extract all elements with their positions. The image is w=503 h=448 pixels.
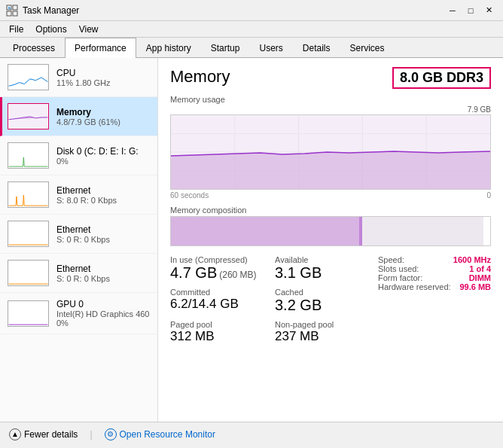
hwreserved-label: Hardware reserved:: [378, 282, 453, 291]
sidebar-item-ethernet2[interactable]: Ethernet S: 0 R: 0 Kbps: [0, 215, 157, 254]
disk-sub: 0%: [56, 157, 139, 166]
sidebar-item-ethernet3[interactable]: Ethernet S: 0 R: 0 Kbps: [0, 254, 157, 293]
svg-marker-14: [171, 151, 490, 189]
panel-header: Memory 8.0 GB DDR3: [170, 67, 491, 89]
svg-rect-1: [13, 5, 17, 10]
footer-separator: |: [90, 429, 92, 440]
ethernet3-sub: S: 0 R: 0 Kbps: [56, 274, 110, 283]
fewer-details-label: Fewer details: [24, 429, 78, 440]
ethernet2-info: Ethernet S: 0 R: 0 Kbps: [56, 224, 110, 244]
committed-value: 6.2/14.4 GB: [170, 297, 266, 312]
memory-graph: [8, 103, 49, 130]
tab-details[interactable]: Details: [293, 38, 340, 58]
inuse-value: 4.7 GB: [170, 264, 217, 282]
tab-apphistory[interactable]: App history: [136, 38, 201, 58]
menu-view[interactable]: View: [73, 23, 105, 36]
app-icon: [6, 5, 18, 17]
inuse-label: In use (Compressed): [170, 255, 266, 264]
tab-users[interactable]: Users: [249, 38, 292, 58]
memory-usage-chart: [170, 114, 491, 190]
ethernet3-graph: [8, 260, 49, 286]
sidebar: CPU 11% 1.80 GHz Memory 4.8/7.9 GB (61%): [0, 58, 158, 422]
disk-graph: [8, 142, 49, 169]
available-value: 3.1 GB: [275, 264, 370, 282]
menu-options[interactable]: Options: [29, 23, 72, 36]
hwreserved-row: Hardware reserved: 99.6 MB: [378, 282, 491, 291]
time-start: 60 seconds: [170, 191, 209, 200]
tab-bar: Processes Performance App history Startu…: [0, 38, 503, 58]
formfactor-row: Form factor: DIMM: [378, 273, 491, 282]
close-button[interactable]: ✕: [480, 4, 497, 17]
slots-row: Slots used: 1 of 4: [378, 264, 491, 273]
paged-value: 312 MB: [170, 329, 266, 344]
stat-committed: Committed 6.2/14.4 GB: [170, 288, 266, 314]
ethernet2-name: Ethernet: [56, 224, 110, 235]
main-content: CPU 11% 1.80 GHz Memory 4.8/7.9 GB (61%): [0, 58, 503, 422]
open-resource-monitor-button[interactable]: ⚙ Open Resource Monitor: [105, 428, 215, 440]
stats-area: In use (Compressed) 4.7 GB (260 MB) Avai…: [170, 255, 491, 344]
available-label: Available: [275, 255, 370, 264]
stat-cached: Cached 3.2 GB: [275, 288, 370, 314]
window-controls: ─ □ ✕: [444, 4, 497, 17]
ethernet3-info: Ethernet S: 0 R: 0 Kbps: [56, 264, 110, 283]
footer: ▲ Fewer details | ⚙ Open Resource Monito…: [0, 422, 503, 446]
tab-processes[interactable]: Processes: [3, 38, 65, 58]
ethernet1-info: Ethernet S: 8.0 R: 0 Kbps: [56, 185, 117, 205]
tab-services[interactable]: Services: [340, 38, 395, 58]
usage-max: 7.9 GB: [468, 105, 491, 114]
right-panel: Memory 8.0 GB DDR3 Memory usage 7.9 GB: [158, 58, 503, 422]
fewer-details-button[interactable]: ▲ Fewer details: [9, 428, 78, 440]
svg-rect-3: [13, 11, 17, 16]
time-end: 0: [486, 191, 491, 200]
sidebar-item-memory[interactable]: Memory 4.8/7.9 GB (61%): [0, 97, 157, 136]
svg-rect-6: [9, 104, 48, 129]
stat-nonpaged: Non-paged pool 237 MB: [275, 320, 370, 344]
gpu-info: GPU 0 Intel(R) HD Graphics 4600%: [56, 299, 150, 328]
ethernet1-sub: S: 8.0 R: 0 Kbps: [56, 196, 117, 205]
ethernet3-name: Ethernet: [56, 264, 110, 274]
open-monitor-label: Open Resource Monitor: [120, 429, 215, 440]
cpu-graph: [8, 64, 49, 90]
left-stats: In use (Compressed) 4.7 GB (260 MB) Avai…: [170, 255, 370, 344]
menu-file[interactable]: File: [3, 23, 29, 36]
comp-standby: [362, 217, 483, 245]
inuse-value-row: 4.7 GB (260 MB): [170, 264, 266, 282]
nonpaged-value: 237 MB: [275, 329, 370, 344]
ethernet2-sub: S: 0 R: 0 Kbps: [56, 235, 110, 244]
composition-label: Memory composition: [170, 206, 491, 215]
formfactor-label: Form factor:: [378, 273, 453, 282]
committed-label: Committed: [170, 288, 266, 297]
slots-label: Slots used:: [378, 264, 453, 273]
title-bar: Task Manager ─ □ ✕: [0, 0, 503, 21]
memory-info: Memory 4.8/7.9 GB (61%): [56, 107, 120, 126]
tab-startup[interactable]: Startup: [201, 38, 250, 58]
composition-bar: [170, 216, 491, 246]
stat-paged: Paged pool 312 MB: [170, 320, 266, 344]
cpu-info: CPU 11% 1.80 GHz: [56, 68, 111, 87]
svg-rect-2: [7, 11, 11, 16]
ethernet1-graph: [8, 181, 49, 208]
memory-name: Memory: [56, 107, 120, 117]
maximize-button[interactable]: □: [462, 4, 479, 17]
stat-inuse: In use (Compressed) 4.7 GB (260 MB): [170, 255, 266, 282]
cpu-sub: 11% 1.80 GHz: [56, 78, 111, 87]
sidebar-item-ethernet1[interactable]: Ethernet S: 8.0 R: 0 Kbps: [0, 175, 157, 215]
disk-info: Disk 0 (C: D: E: I: G: 0%: [56, 146, 139, 166]
right-stats: Speed: 1600 MHz Slots used: 1 of 4 Form …: [370, 255, 491, 344]
menu-bar: File Options View: [0, 21, 503, 38]
gpu-name: GPU 0: [56, 299, 150, 309]
sidebar-item-cpu[interactable]: CPU 11% 1.80 GHz: [0, 58, 157, 97]
chevron-up-icon: ▲: [9, 428, 21, 440]
sidebar-item-disk[interactable]: Disk 0 (C: D: E: I: G: 0%: [0, 136, 157, 175]
paged-label: Paged pool: [170, 320, 266, 329]
panel-spec: 8.0 GB DDR3: [392, 67, 491, 89]
comp-inuse: [171, 217, 359, 245]
sidebar-item-gpu[interactable]: GPU 0 Intel(R) HD Graphics 4600%: [0, 293, 157, 334]
usage-label: Memory usage: [170, 95, 491, 104]
minimize-button[interactable]: ─: [444, 4, 461, 17]
speed-label: Speed:: [378, 255, 453, 264]
speed-value: 1600 MHz: [453, 255, 491, 264]
app-title: Task Manager: [23, 5, 79, 16]
tab-performance[interactable]: Performance: [65, 38, 136, 58]
monitor-icon: ⚙: [105, 428, 117, 440]
